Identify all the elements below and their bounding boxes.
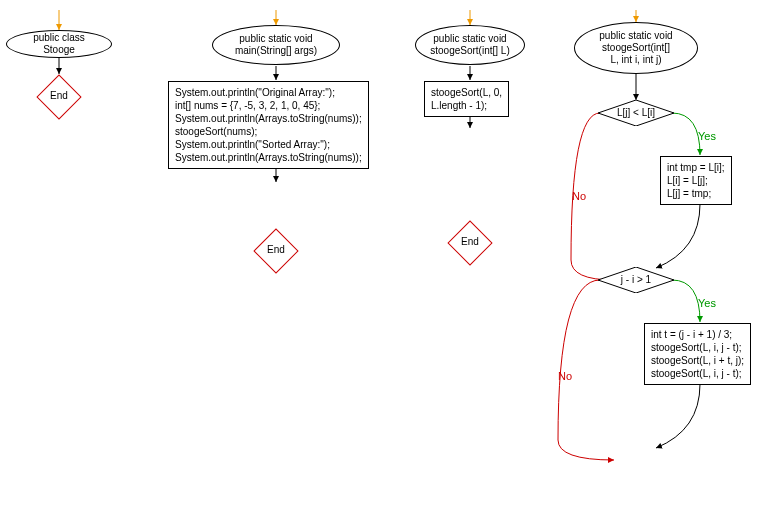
cond2-text: j - i > 1 bbox=[598, 274, 674, 285]
recurse-box: int t = (j - i + 1) / 3; stoogeSort(L, i… bbox=[644, 323, 751, 385]
sort2-method-ellipse: public static void stoogeSort(int[] L, i… bbox=[574, 22, 698, 74]
no-label-1: No bbox=[572, 190, 586, 202]
main-method-ellipse: public static void main(String[] args) bbox=[212, 25, 340, 65]
end-label: End bbox=[447, 236, 493, 247]
sort1-method-ellipse: public static void stoogeSort(int[] L) bbox=[415, 25, 525, 65]
yes-label-2: Yes bbox=[698, 297, 716, 309]
end-label: End bbox=[253, 244, 299, 255]
end-node-1: End bbox=[36, 74, 82, 120]
main-method-text: public static void main(String[] args) bbox=[235, 33, 317, 57]
main-body-text: System.out.println("Original Array:"); i… bbox=[175, 87, 362, 163]
cond1-text: L[j] < L[i] bbox=[598, 107, 674, 118]
main-body-box: System.out.println("Original Array:"); i… bbox=[168, 81, 369, 169]
sort1-body-box: stoogeSort(L, 0, L.length - 1); bbox=[424, 81, 509, 117]
swap-box: int tmp = L[i]; L[i] = L[j]; L[j] = tmp; bbox=[660, 156, 732, 205]
cond1-diamond: L[j] < L[i] bbox=[598, 100, 674, 126]
recurse-text: int t = (j - i + 1) / 3; stoogeSort(L, i… bbox=[651, 329, 744, 379]
class-decl-text: public class Stooge bbox=[17, 32, 101, 56]
sort1-body-text: stoogeSort(L, 0, L.length - 1); bbox=[431, 87, 502, 111]
class-decl-ellipse: public class Stooge bbox=[6, 30, 112, 58]
swap-text: int tmp = L[i]; L[i] = L[j]; L[j] = tmp; bbox=[667, 162, 725, 199]
end-node-2: End bbox=[253, 228, 299, 274]
no-label-2: No bbox=[558, 370, 572, 382]
yes-label-1: Yes bbox=[698, 130, 716, 142]
sort1-method-text: public static void stoogeSort(int[] L) bbox=[430, 33, 509, 57]
end-label: End bbox=[36, 90, 82, 101]
sort2-method-text: public static void stoogeSort(int[] L, i… bbox=[599, 30, 672, 66]
end-node-3: End bbox=[447, 220, 493, 266]
cond2-diamond: j - i > 1 bbox=[598, 267, 674, 293]
